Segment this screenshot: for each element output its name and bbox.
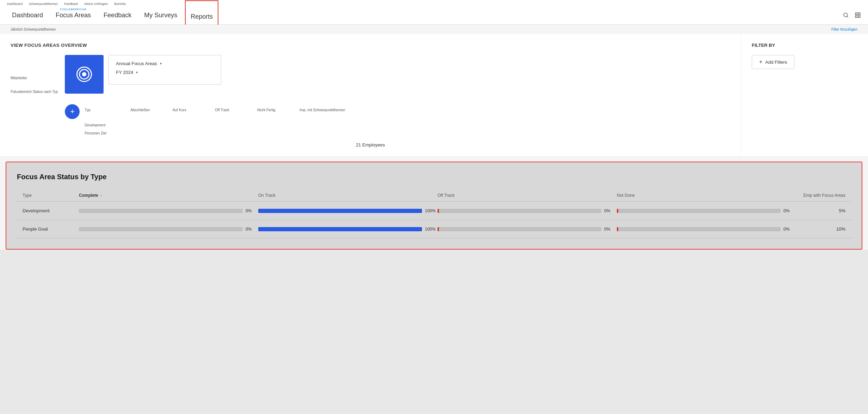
emp-val-people: 10% [796, 226, 845, 232]
search-button[interactable] [843, 12, 849, 20]
header-not-done: Not Done [617, 193, 796, 198]
on-track-pct-2: 100% [425, 227, 438, 232]
row-people-goal: Personen Ziel [65, 131, 106, 135]
left-labels: Mitarbeiter Fokusbereich Status nach Typ [11, 55, 58, 104]
sub-bar: Jährlich Schwerpunktthemen Filter hinzuf… [0, 25, 868, 34]
sub-nav-labels: Dashboard Schwerpunktthemen Feedback Mei… [7, 2, 126, 6]
not-done-bar-development: 0% [617, 208, 796, 213]
bottom-section: Focus Area Status by Type Type Complete … [6, 162, 862, 250]
column-labels: Typ Abschließen Auf Kurs Off Track Nicht… [85, 108, 356, 112]
overview-layout: Mitarbeiter Fokusbereich Status nach Typ [11, 55, 730, 135]
bottom-title: Focus Area Status by Type [17, 173, 851, 181]
on-track-bar-bg [258, 209, 422, 213]
section-title: VIEW FOCUS AREAS OVERVIEW [11, 43, 730, 48]
off-track-bar-bg [438, 209, 601, 213]
annual-focus-dropdown[interactable]: Annual Focus Areas ▾ [116, 61, 214, 66]
sub-bar-text: Jährlich Schwerpunktthemen [11, 27, 56, 31]
on-track-bar-fill-2 [258, 227, 422, 231]
col-label-complete: Abschließen [130, 108, 173, 112]
add-button[interactable]: + [65, 104, 80, 119]
not-done-bar-bg [617, 209, 781, 213]
employees-count: 21 Employees [11, 142, 730, 148]
nav-reports[interactable]: Reports [185, 0, 218, 25]
main-area: Jährlich Schwerpunktthemen Filter hinzuf… [0, 25, 868, 250]
chevron-down-icon: ▾ [160, 62, 162, 65]
off-track-pct: 0% [604, 208, 617, 213]
sub-nav-focus[interactable]: Schwerpunktthemen [29, 2, 58, 6]
off-track-bar-fill-2 [438, 227, 439, 231]
focus-area-dropdown-card: Annual Focus Areas ▾ FY 2024 ▾ [108, 55, 221, 84]
on-track-bar-development: 100% [258, 208, 438, 213]
chevron-down-icon-2: ▾ [136, 70, 138, 74]
status-table: Type Complete ↑ On Track Off Track Not D… [17, 189, 851, 238]
not-done-bar-bg-2 [617, 227, 781, 231]
filter-add-link[interactable]: Filter hinzufügen [831, 27, 857, 31]
focus-area-icon-card [65, 55, 104, 94]
off-track-pct-2: 0% [604, 227, 617, 232]
sub-nav-feedback[interactable]: Feedback [64, 2, 78, 6]
complete-pct-2: 0% [246, 227, 258, 232]
notification-button[interactable] [855, 12, 861, 20]
header-emp: Emp with Focus Areas [796, 193, 845, 198]
off-track-bar-people: 0% [438, 227, 617, 232]
col-label-not-fertig: Nicht Fertig [257, 108, 299, 112]
content-wrapper: VIEW FOCUS AREAS OVERVIEW Mitarbeiter Fo… [0, 34, 868, 156]
right-panel: FILTER BY + Add Filters [741, 34, 868, 156]
on-track-bar-bg-2 [258, 227, 422, 231]
label-mitarbeiter: Mitarbeiter [11, 76, 58, 80]
svg-rect-2 [855, 13, 857, 14]
header-off-track: Off Track [438, 193, 617, 198]
row-development-label: Development [23, 208, 79, 213]
top-navigation: Dashboard Schwerpunktthemen Feedback Mei… [0, 0, 868, 25]
on-track-bar-fill [258, 209, 422, 213]
emp-val-development: 5% [796, 208, 845, 213]
nav-my-surveys[interactable]: My Surveys [139, 0, 182, 24]
svg-rect-4 [858, 16, 860, 18]
col-label-on-track: Auf Kurs [173, 108, 215, 112]
off-track-bar-bg-2 [438, 227, 601, 231]
off-track-bar-development: 0% [438, 208, 617, 213]
svg-rect-5 [855, 16, 857, 18]
sub-nav-surveys[interactable]: Meine Umfragen [85, 2, 108, 6]
add-filters-button[interactable]: + Add Filters [752, 55, 794, 69]
table-row: People Goal 0% 100% [17, 220, 851, 238]
not-done-pct-2: 0% [783, 227, 796, 232]
filter-title: FILTER BY [752, 43, 857, 48]
left-panel: VIEW FOCUS AREAS OVERVIEW Mitarbeiter Fo… [0, 34, 741, 156]
col-label-imp: Imp. mit Schwerpunktthemen [299, 108, 356, 112]
col-label-off-track: Off Track [215, 108, 257, 112]
plus-icon: + [759, 59, 762, 65]
row-development: Development [65, 123, 105, 127]
table-row: Development 0% 100% [17, 202, 851, 220]
top-section: Jährlich Schwerpunktthemen Filter hinzuf… [0, 25, 868, 156]
svg-point-0 [844, 13, 848, 17]
sort-icon: ↑ [100, 194, 102, 197]
complete-bar-bg [79, 209, 243, 213]
on-track-pct: 100% [425, 208, 438, 213]
row-people-goal-label: People Goal [23, 226, 79, 232]
header-type: Type [23, 193, 79, 198]
not-done-bar-fill [617, 209, 618, 213]
on-track-bar-people: 100% [258, 227, 438, 232]
complete-bar-development: 0% [79, 208, 258, 213]
not-done-pct: 0% [783, 208, 796, 213]
svg-line-1 [847, 16, 848, 17]
svg-rect-3 [858, 13, 860, 14]
not-done-bar-people: 0% [617, 227, 796, 232]
fy-year-dropdown[interactable]: FY 2024 ▾ [116, 70, 214, 75]
header-on-track: On Track [258, 193, 438, 198]
sub-nav-reports[interactable]: Berichte [114, 2, 126, 6]
not-done-bar-fill-2 [617, 227, 618, 231]
label-fokusbereich: Fokusbereich Status nach Typ [11, 90, 58, 94]
complete-bar-people: 0% [79, 227, 258, 232]
header-complete[interactable]: Complete ↑ [79, 193, 258, 198]
table-header: Type Complete ↑ On Track Off Track Not D… [17, 189, 851, 202]
sub-nav-dashboard[interactable]: Dashboard [7, 2, 23, 6]
focus-icon [76, 67, 92, 82]
col-label-type: Typ [85, 108, 130, 112]
complete-bar-bg-2 [79, 227, 243, 231]
off-track-bar-fill [438, 209, 439, 213]
nav-right-actions [843, 12, 861, 24]
complete-pct: 0% [246, 208, 258, 213]
